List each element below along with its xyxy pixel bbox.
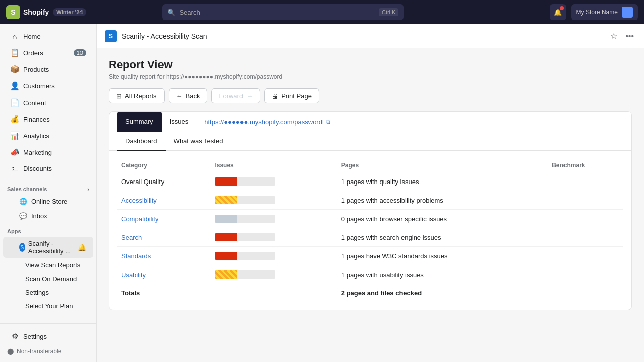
sales-channels-expand-icon[interactable]: › [87,186,89,192]
sidebar-item-analytics[interactable]: 📊 Analytics [3,128,93,144]
star-button[interactable]: ☆ [608,29,619,43]
issues-bar-usability [211,265,337,284]
table-row: Standards 1 pages have W3C standards iss… [117,247,623,265]
pages-standards: 1 pages have W3C standards issues [337,247,548,265]
tab-summary[interactable]: Summary [117,112,162,132]
inbox-label: Inbox [31,212,47,220]
totals-bar [211,284,337,302]
sidebar-item-view-scan-reports[interactable]: View Scan Reports [3,259,93,272]
standards-link[interactable]: Standards [121,252,151,260]
search-bar[interactable]: 🔍 Search Ctrl K [162,4,404,20]
all-reports-button[interactable]: ⊞ All Reports [109,88,165,103]
sidebar-item-select-plan[interactable]: Select Your Plan [3,300,93,312]
online-store-label: Online Store [31,198,67,205]
table-row: Compatibility 0 pages with browser speci… [117,210,623,228]
tab-summary-label: Summary [125,118,153,125]
category-accessibility: Accessibility [117,191,211,210]
col-issues: Issues [211,159,337,172]
shopify-icon: S [6,5,20,19]
compatibility-link[interactable]: Compatibility [121,215,158,223]
app-header-bar: S Scanify - Accessibility Scan ☆ ••• [97,24,644,48]
all-reports-icon: ⊞ [116,92,122,100]
sidebar: ⌂ Home 📋 Orders 10 📦 Products 👤 Customer… [0,24,97,362]
sub-tab-dashboard[interactable]: Dashboard [117,132,166,151]
shopify-logo[interactable]: S Shopify Winter '24 [6,5,86,19]
main-nav: ⌂ Home 📋 Orders 10 📦 Products 👤 Customer… [0,24,96,181]
sidebar-item-content[interactable]: 📄 Content [3,95,93,111]
sidebar-item-settings-app[interactable]: Settings [3,286,93,299]
col-benchmark: Benchmark [548,159,623,172]
totals-pages: 2 pages and files checked [337,284,548,302]
sidebar-label-content: Content [23,99,46,107]
inbox-icon: 💬 [19,212,27,220]
accessibility-link[interactable]: Accessibility [121,197,157,204]
app-header-icon: S [105,30,117,42]
category-usability: Usability [117,265,211,284]
forward-button[interactable]: Forward → [211,88,260,103]
sub-tab-dashboard-label: Dashboard [125,137,157,145]
marketing-icon: 📣 [10,148,19,157]
sidebar-item-inbox[interactable]: 💬 Inbox [3,209,93,223]
sidebar-label-marketing: Marketing [23,149,52,156]
tab-issues[interactable]: Issues [162,112,197,132]
notifications-button[interactable]: 🔔 [550,4,566,20]
app-header-actions: ☆ ••• [608,29,636,43]
sidebar-item-products[interactable]: 📦 Products [3,61,93,77]
sidebar-bottom: ⚙ Settings ⬤ Non-transferable [0,323,96,362]
tab-url-link[interactable]: https://●●●●●●.myshopify.com/password ⧉ [196,114,338,130]
sidebar-item-online-store[interactable]: 🌐 Online Store [3,195,93,208]
user-menu-button[interactable]: My Store Name [571,4,638,20]
sales-channels-label: Sales channels [7,186,47,192]
benchmark-accessibility [548,191,623,210]
benchmark-usability [548,265,623,284]
season-badge: Winter '24 [53,8,86,16]
sidebar-item-marketing[interactable]: 📣 Marketing [3,144,93,160]
view-scan-reports-label: View Scan Reports [25,261,80,269]
pages-accessibility: 1 pages with accessibility problems [337,191,548,210]
table-row: Usability 1 pages with usability issues [117,265,623,284]
notification-badge [560,6,564,10]
sidebar-item-discounts[interactable]: 🏷 Discounts [3,161,93,176]
print-icon: 🖨 [272,92,278,100]
content-icon: 📄 [10,98,19,107]
search-shortcut: Ctrl K [379,8,399,16]
products-icon: 📦 [10,65,19,74]
tab-issues-label: Issues [170,118,189,125]
scanify-label: Scanify - Accessibility ... [28,240,74,255]
col-category: Category [117,159,211,172]
sidebar-item-orders[interactable]: 📋 Orders 10 [3,45,93,61]
discounts-icon: 🏷 [10,164,19,173]
sidebar-item-scan-on-demand[interactable]: Scan On Demand [3,273,93,285]
home-icon: ⌂ [10,32,19,41]
print-label: Print Page [281,92,312,100]
sales-channels-section: Sales channels › [0,181,96,194]
category-search: Search [117,228,211,247]
sidebar-item-settings-main[interactable]: ⚙ Settings [3,328,93,344]
sub-tab-what-was-tested[interactable]: What was Tested [166,132,231,151]
print-page-button[interactable]: 🖨 Print Page [264,88,319,103]
sidebar-item-finances[interactable]: 💰 Finances [3,111,93,127]
category-overall-quality: Overall Quality [117,172,211,191]
issues-table-wrapper: Category Issues Pages Benchmark Overall … [109,151,631,310]
table-row: Search 1 pages with search engine issues [117,228,623,247]
all-reports-label: All Reports [125,92,157,100]
search-link[interactable]: Search [121,234,142,241]
top-navigation: S Shopify Winter '24 🔍 Search Ctrl K 🔔 M… [0,0,644,24]
forward-icon: → [246,92,253,100]
sidebar-item-customers[interactable]: 👤 Customers [3,78,93,94]
sidebar-item-scanify[interactable]: S Scanify - Accessibility ... 🔔 [3,237,93,258]
app-name-label: Shopify [23,8,49,16]
select-plan-label: Select Your Plan [25,302,73,310]
more-options-button[interactable]: ••• [623,30,636,43]
settings-main-label: Settings [23,333,47,340]
back-icon: ← [176,92,183,100]
sidebar-label-orders: Orders [23,49,43,57]
report-subtitle: Site quality report for https://●●●●●●●●… [109,73,632,80]
external-link-icon: ⧉ [326,118,330,125]
report-card: Summary Issues https://●●●●●●.myshopify.… [109,111,632,310]
settings-icon: ⚙ [10,332,19,341]
sidebar-item-home[interactable]: ⌂ Home [3,29,93,44]
pages-search: 1 pages with search engine issues [337,228,548,247]
back-button[interactable]: ← Back [169,88,208,103]
usability-link[interactable]: Usability [121,271,146,279]
